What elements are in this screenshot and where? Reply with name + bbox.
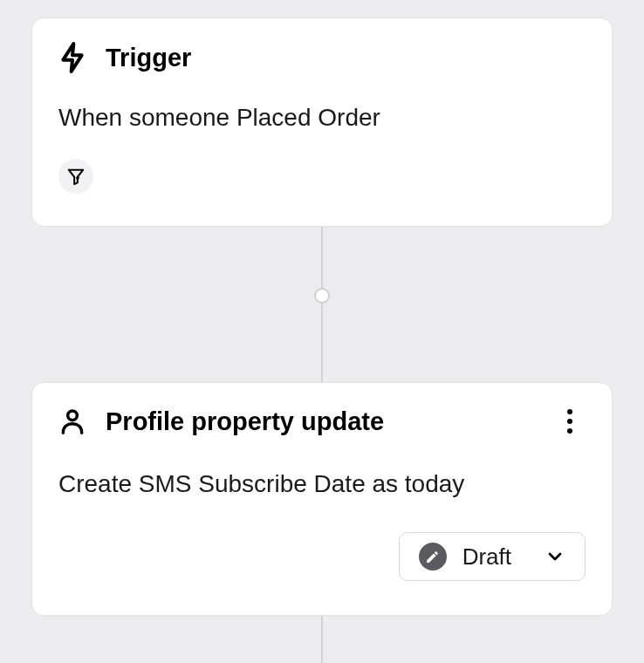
- svg-marker-1: [69, 170, 84, 185]
- more-options-button[interactable]: [554, 406, 586, 437]
- trigger-card-title: Trigger: [106, 44, 191, 72]
- flow-connector-node[interactable]: [314, 288, 330, 304]
- action-card-title: Profile property update: [106, 407, 384, 436]
- more-vertical-icon: [567, 409, 572, 434]
- pencil-icon-wrap: [419, 543, 447, 571]
- person-icon: [58, 406, 86, 437]
- action-card[interactable]: Profile property update Create SMS Subsc…: [31, 382, 613, 616]
- svg-point-2: [68, 411, 78, 420]
- chevron-down-icon: [545, 546, 565, 567]
- svg-marker-0: [63, 44, 81, 72]
- trigger-card-description: When someone Placed Order: [58, 100, 586, 134]
- lightning-icon: [58, 41, 86, 74]
- status-label: Draft: [462, 543, 511, 571]
- filter-icon: [66, 167, 86, 186]
- trigger-card[interactable]: Trigger When someone Placed Order: [31, 17, 613, 227]
- action-card-description: Create SMS Subscribe Date as today: [58, 467, 586, 501]
- trigger-filter-chip[interactable]: [58, 159, 93, 194]
- status-dropdown-button[interactable]: Draft: [399, 532, 586, 581]
- pencil-icon: [425, 550, 440, 564]
